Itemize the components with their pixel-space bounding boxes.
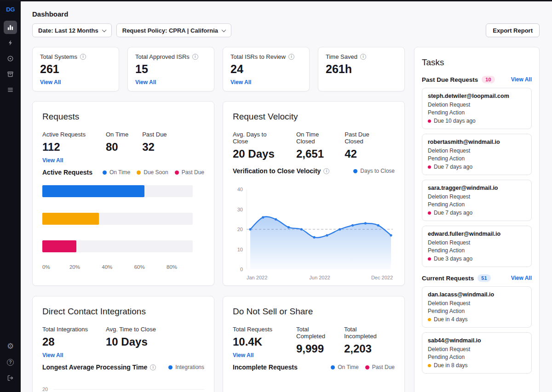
nav-help[interactable] xyxy=(4,356,17,369)
bar-chart-icon xyxy=(7,24,14,31)
velocity-chart-title: Verification to Close Velocity xyxy=(233,167,321,175)
nav-requests[interactable] xyxy=(4,83,17,97)
date-filter-dropdown[interactable]: Date: Last 12 Months xyxy=(32,23,112,37)
nav-settings[interactable] xyxy=(4,340,17,353)
view-all-link[interactable]: View All xyxy=(511,76,532,83)
velocity-legend: Days to Close xyxy=(353,168,395,174)
nav-system-inventory[interactable] xyxy=(4,68,17,81)
view-all-link[interactable]: View All xyxy=(511,275,532,281)
stat-value: 10 Days xyxy=(106,335,156,348)
tasks-title: Tasks xyxy=(422,57,532,68)
velocity-chart-wrap: 010203040Jan 2022Jun 2022Dec 2022 xyxy=(233,184,395,286)
legend-label: Integrations xyxy=(175,364,204,370)
stat-label: Total ISRs to Review xyxy=(230,53,286,60)
view-all-link[interactable]: View All xyxy=(42,352,63,358)
view-all-link[interactable]: View All xyxy=(230,79,251,85)
requests-stats: Active Requests112View AllOn Time80Past … xyxy=(42,131,204,164)
nav-data-discovery[interactable] xyxy=(4,52,17,65)
nav-activity[interactable] xyxy=(4,36,17,50)
legend-dot-icon xyxy=(103,170,107,175)
axis-tick-label: 20% xyxy=(69,264,80,270)
do-not-sell-card: Do Not Sell or Share Total Requests10.4K… xyxy=(223,296,405,392)
view-all-link[interactable]: View All xyxy=(135,79,156,85)
task-card[interactable]: edward.fuller@windmail.ioDeletion Reques… xyxy=(422,226,532,267)
count-badge: 51 xyxy=(477,274,490,282)
dnss-stats: Total Requests10.4KView AllTotal Complet… xyxy=(233,326,395,359)
task-card[interactable]: dan.lacass@windmail.ioDeletion RequestPe… xyxy=(422,286,532,328)
legend-dot-icon xyxy=(353,169,357,173)
svg-text:Jun 2022: Jun 2022 xyxy=(309,275,330,280)
stat-value: 15 xyxy=(135,62,207,76)
requests-bar-axis: 0%20%40%60%80% xyxy=(42,264,204,272)
legend-label: Due Soon xyxy=(144,169,168,176)
bar xyxy=(42,240,76,252)
view-all-link[interactable]: View All xyxy=(233,352,253,358)
stat-value: 9,999 xyxy=(296,342,330,355)
due-dot-icon xyxy=(428,165,431,169)
logout-icon xyxy=(7,375,14,381)
stat-label: Total Incompleted xyxy=(344,326,381,340)
app-logo[interactable]: DG xyxy=(6,6,15,13)
velocity-stats: Avg. Days to Close20 DaysOn Time Closed2… xyxy=(233,131,395,163)
bar xyxy=(42,213,99,225)
nav-logout[interactable] xyxy=(4,371,17,385)
task-card[interactable]: sara.tragger@windmail.ioDeletion Request… xyxy=(422,180,532,221)
task-card[interactable]: robertasmith@windmail.ioDeletion Request… xyxy=(422,134,532,175)
task-card[interactable]: steph.detwiler@loopmail.comDeletion Requ… xyxy=(422,88,532,129)
task-email: robertasmith@windmail.io xyxy=(428,139,526,145)
task-card[interactable]: sab44@windmail.ioDeletion RequestPending… xyxy=(422,332,532,374)
stat-value: 32 xyxy=(142,141,167,153)
policy-filter-dropdown[interactable]: Request Policy: CPRA | California xyxy=(116,23,231,37)
view-all-link[interactable]: View All xyxy=(40,79,61,85)
stat-value: 28 xyxy=(42,335,92,348)
task-status: Pending Action xyxy=(428,247,526,255)
task-due-label: Due 7 days ago xyxy=(434,210,472,216)
stat-label: On Time xyxy=(106,131,128,138)
chevron-down-icon xyxy=(102,28,106,32)
dnss-legend: On TimePast Due xyxy=(331,364,395,370)
svg-text:Dec 2022: Dec 2022 xyxy=(371,275,393,280)
view-all-link[interactable]: View All xyxy=(42,157,63,164)
stat-value: 261h xyxy=(326,62,397,76)
stat-label: Avg. Days to Close xyxy=(233,131,282,145)
info-icon[interactable] xyxy=(150,364,156,370)
svg-text:Jan 2022: Jan 2022 xyxy=(247,275,267,280)
info-icon[interactable] xyxy=(323,168,329,174)
policy-filter-label: Request Policy: CPRA | California xyxy=(122,27,218,34)
due-dot-icon xyxy=(428,211,431,215)
integrations-chart-title: Longest Average Processing Time xyxy=(42,364,147,371)
stat-label: Total Integrations xyxy=(42,326,92,333)
help-icon xyxy=(7,359,14,366)
nav-dashboard[interactable] xyxy=(4,21,17,34)
export-report-button[interactable]: Export Report xyxy=(486,23,540,37)
bar-row xyxy=(42,213,204,225)
dnss-chart-title: Incomplete Requests xyxy=(233,364,298,371)
integrations-card: Direct Contact Integrations Total Integr… xyxy=(32,296,214,392)
task-status: Pending Action xyxy=(428,155,526,163)
axis-tick-label: 0% xyxy=(42,264,50,270)
integrations-mini-chart: 20 xyxy=(42,380,204,392)
info-icon[interactable] xyxy=(360,54,366,60)
stat-value: 42 xyxy=(345,148,381,160)
task-status: Pending Action xyxy=(428,201,526,209)
due-dot-icon xyxy=(428,257,431,261)
section-label: Past Due Requests xyxy=(422,76,478,83)
stat-card[interactable]: Total ISRs to Review24View All xyxy=(223,47,310,91)
requests-card: Requests Active Requests112View AllOn Ti… xyxy=(32,101,214,286)
task-type: Deletion Request xyxy=(428,346,526,353)
stat-card[interactable]: Time Saved261h xyxy=(318,47,405,91)
stat-card[interactable]: Total Approved ISRs15View All xyxy=(127,47,214,91)
legend-label: On Time xyxy=(109,169,130,176)
info-icon[interactable] xyxy=(192,54,198,60)
info-icon[interactable] xyxy=(288,54,294,60)
info-icon[interactable] xyxy=(80,54,86,60)
main-content: Dashboard Date: Last 12 Months Request P… xyxy=(21,1,552,392)
task-email: sara.tragger@windmail.io xyxy=(428,185,526,191)
legend-dot-icon xyxy=(365,365,369,369)
axis-tick-label: 80% xyxy=(167,264,177,270)
dnss-card-title: Do Not Sell or Share xyxy=(233,307,395,317)
stat-card[interactable]: Total Systems261View All xyxy=(32,47,119,91)
task-type: Deletion Request xyxy=(428,239,526,247)
requests-card-title: Requests xyxy=(42,112,204,122)
task-email: sab44@windmail.io xyxy=(428,337,526,344)
